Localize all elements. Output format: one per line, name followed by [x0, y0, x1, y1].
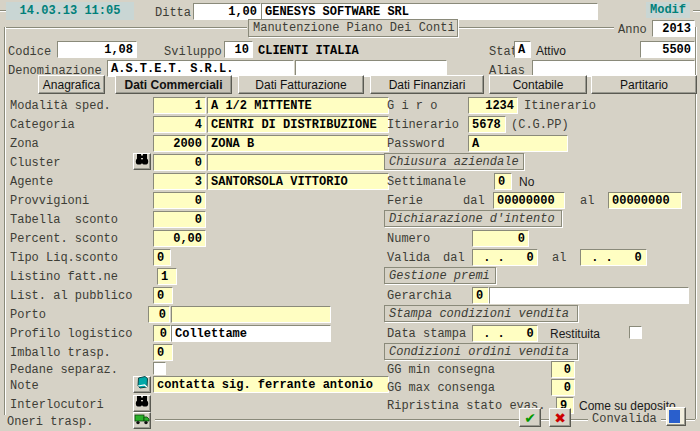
ferie-label: Ferie	[387, 194, 423, 208]
valida-dal-field[interactable]: . . 0	[472, 249, 538, 266]
stato-field[interactable]: A	[514, 41, 531, 58]
imballo-field[interactable]: 0	[153, 344, 173, 361]
cluster-lookup-button[interactable]	[133, 153, 151, 170]
restituita-label: Restituita	[550, 327, 600, 341]
sviluppo-field[interactable]: 10	[224, 41, 253, 58]
profilo-logistico-desc-field[interactable]: Collettame	[171, 325, 331, 342]
valida-al-label: al	[552, 251, 566, 265]
anno-field[interactable]: 2013	[652, 20, 695, 37]
truck-icon	[134, 412, 150, 430]
gestione-premi-header: Gestione premi	[384, 267, 496, 284]
codice-field[interactable]: 1,08	[57, 41, 137, 58]
zona-label: Zona	[10, 137, 39, 151]
binoculars-icon	[135, 152, 149, 171]
interlocutori-label: Interlocutori	[10, 398, 104, 412]
listino-pubblico-field[interactable]: 0	[153, 287, 173, 304]
tab-dati-finanziari[interactable]: Dati Finanziari	[370, 75, 484, 94]
note-button[interactable]	[133, 376, 151, 393]
provvigioni-field[interactable]: 0	[153, 192, 206, 209]
listino-fatt-field[interactable]: 1	[157, 268, 177, 285]
valida-dal-label: dal	[443, 251, 465, 265]
tab-anagrafica[interactable]: Anagrafica	[38, 75, 105, 94]
page-title: Manutenzione Piano Dei Conti	[248, 19, 458, 37]
modalita-sped-code-field[interactable]: 1	[153, 97, 206, 114]
tabella-sconto-field[interactable]: 0	[153, 211, 206, 228]
profilo-logistico-label: Profilo logistico	[10, 327, 132, 341]
tipo-liq-sconto-field[interactable]: 0	[153, 249, 171, 266]
profilo-logistico-code-field[interactable]: 0	[153, 325, 171, 342]
convalida-button[interactable]	[666, 407, 686, 426]
modalita-sped-desc-field[interactable]: A 1/2 MITTENTE	[207, 97, 389, 114]
ditta-code-field[interactable]: 1,00	[193, 3, 261, 20]
modif-status-badge: Modif	[646, 2, 690, 18]
ferie-al-label: al	[580, 194, 594, 208]
gg-max-label: GG max consenga	[387, 381, 495, 395]
itinerario-field[interactable]: 5678	[468, 116, 506, 133]
restituita-checkbox[interactable]	[629, 326, 642, 339]
cluster-desc-field[interactable]	[207, 154, 389, 171]
frame-line	[4, 27, 247, 28]
frame-line	[4, 27, 5, 419]
cluster-code-field[interactable]: 0	[153, 154, 206, 171]
dichiarazione-intento-header: Dichiarazione d'intento	[384, 210, 562, 227]
settimanale-field[interactable]: 0	[494, 173, 512, 190]
interlocutori-lookup-button[interactable]	[133, 395, 151, 412]
ok-button[interactable]: ✔	[519, 408, 541, 427]
percent-sconto-field[interactable]: 0,00	[153, 230, 206, 247]
zona-code-field[interactable]: 2000	[153, 135, 206, 152]
stampa-condizioni-header: Stampa condizioni vendita	[384, 305, 578, 322]
data-stampa-field[interactable]: . . 0	[472, 325, 538, 342]
tab-contabile[interactable]: Contabile	[489, 75, 587, 94]
giro-field[interactable]: 1234	[468, 97, 518, 114]
modalita-sped-label: Modalità sped.	[10, 99, 111, 113]
gg-min-field[interactable]: 0	[551, 361, 575, 378]
ditta-name-field[interactable]: GENESYS SOFTWARE SRL	[261, 3, 598, 20]
categoria-label: Categoria	[10, 118, 75, 132]
tab-partitario[interactable]: Partitario	[591, 75, 697, 94]
listino-pubblico-label: List. al pubblico	[10, 289, 132, 303]
password-field[interactable]: A	[468, 135, 568, 152]
pedane-checkbox[interactable]	[153, 362, 166, 375]
itinerario-label: Itinerario	[387, 118, 459, 132]
numero-label: Numero	[387, 232, 430, 246]
cancel-button[interactable]: ✖	[549, 408, 571, 427]
numero-field[interactable]: 0	[472, 230, 529, 247]
ripristina-desc: Come su deposito	[579, 399, 676, 413]
porto-desc-field[interactable]	[171, 306, 331, 323]
gg-max-field[interactable]: 0	[551, 379, 575, 396]
convalida-label: Convalida	[588, 412, 661, 426]
ditta-label: Ditta	[155, 6, 191, 20]
agente-code-field[interactable]: 3	[153, 173, 206, 190]
gerarchia-label: Gerarchia	[387, 289, 452, 303]
gg-min-label: GG min consegna	[387, 363, 495, 377]
ferie-dal-field[interactable]: 00000000	[493, 192, 565, 209]
stato-desc: Attivo	[536, 44, 566, 58]
pedane-label: Pedane separaz.	[10, 363, 118, 377]
datetime-badge: 14.03.13 11:05	[6, 2, 134, 20]
oneri-trasp-button[interactable]	[133, 412, 151, 429]
data-stampa-label: Data stampa	[387, 327, 466, 341]
categoria-desc-field[interactable]: CENTRI DI DISTRIBUZIONE	[207, 116, 389, 133]
imballo-label: Imballo trasp.	[10, 346, 111, 360]
tab-dati-commerciali[interactable]: Dati Commerciali	[115, 75, 232, 94]
conto-field[interactable]: 5500	[640, 41, 695, 58]
porto-code-field[interactable]: 0	[148, 306, 170, 323]
provvigioni-label: Provvigioni	[10, 194, 89, 208]
x-icon: ✖	[554, 411, 566, 425]
note-field[interactable]: contatta sig. ferrante antonio	[153, 376, 389, 393]
zona-desc-field[interactable]: ZONA B	[207, 135, 389, 152]
categoria-code-field[interactable]: 4	[153, 116, 206, 133]
tab-dati-fatturazione[interactable]: Dati Fatturazione	[238, 75, 364, 94]
sviluppo-desc: CLIENTI ITALIA	[258, 44, 359, 58]
ferie-al-field[interactable]: 00000000	[608, 192, 682, 209]
porto-label: Porto	[10, 308, 46, 322]
gerarchia-code-field[interactable]: 0	[472, 287, 489, 304]
gerarchia-desc-field[interactable]	[489, 287, 689, 304]
frame-line	[693, 10, 700, 11]
app-window: { "colors":{"window_bg":"#d6d2c6","field…	[0, 0, 700, 431]
ferie-dal-label: dal	[463, 194, 485, 208]
valida-al-field[interactable]: . . 0	[580, 249, 647, 266]
tabella-sconto-label: Tabella sconto	[10, 213, 118, 227]
codice-label: Codice	[8, 45, 51, 59]
agente-desc-field[interactable]: SANTORSOLA VITTORIO	[207, 173, 389, 190]
